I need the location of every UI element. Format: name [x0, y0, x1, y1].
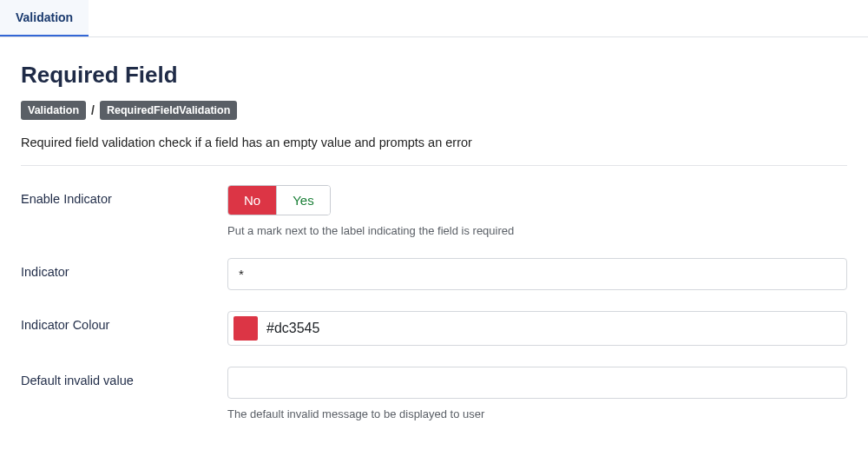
field-row-indicator: Indicator	[21, 258, 847, 290]
page-description: Required field validation check if a fie…	[21, 136, 847, 149]
default-invalid-label: Default invalid value	[21, 367, 227, 387]
tab-bar: Validation	[0, 0, 868, 37]
enable-indicator-label: Enable Indicator	[21, 185, 227, 206]
enable-indicator-help: Put a mark next to the label indicating …	[227, 224, 847, 237]
breadcrumb: Validation / RequiredFieldValidation	[21, 101, 847, 120]
content-area: Required Field Validation / RequiredFiel…	[0, 37, 868, 450]
colour-swatch[interactable]	[233, 316, 258, 341]
breadcrumb-separator: /	[91, 103, 95, 117]
field-row-enable-indicator: Enable Indicator No Yes Put a mark next …	[21, 185, 847, 237]
breadcrumb-item-requiredfieldvalidation[interactable]: RequiredFieldValidation	[100, 101, 237, 120]
breadcrumb-item-validation[interactable]: Validation	[21, 101, 86, 120]
enable-indicator-yes-button[interactable]: Yes	[276, 186, 329, 215]
enable-indicator-toggle: No Yes	[227, 185, 331, 215]
indicator-colour-field	[227, 311, 847, 346]
indicator-input[interactable]	[227, 258, 847, 290]
field-row-default-invalid: Default invalid value The default invali…	[21, 367, 847, 420]
indicator-label: Indicator	[21, 258, 227, 279]
indicator-colour-label: Indicator Colour	[21, 311, 227, 332]
section-divider	[21, 165, 847, 166]
field-row-indicator-colour: Indicator Colour	[21, 311, 847, 346]
enable-indicator-no-button[interactable]: No	[228, 186, 276, 215]
indicator-colour-input[interactable]	[266, 321, 841, 336]
page-title: Required Field	[21, 62, 847, 89]
default-invalid-help: The default invalid message to be displa…	[227, 407, 847, 420]
default-invalid-input[interactable]	[227, 367, 847, 399]
tab-validation[interactable]: Validation	[0, 0, 89, 36]
